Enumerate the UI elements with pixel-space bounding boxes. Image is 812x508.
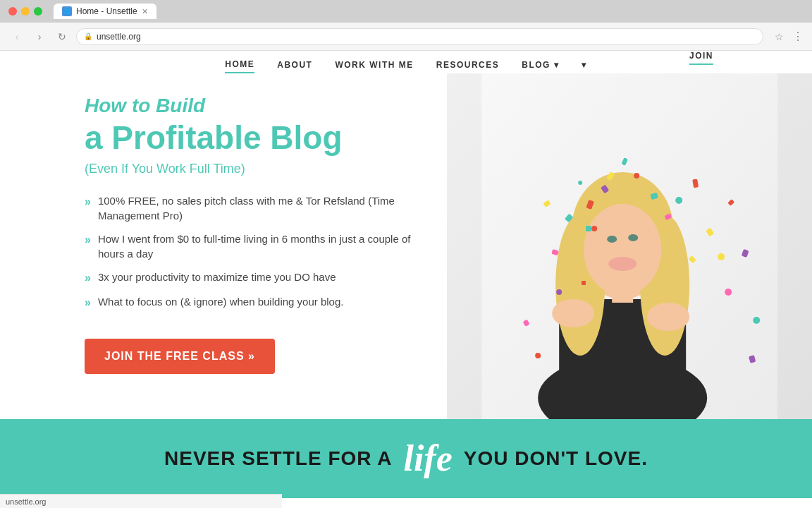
address-bar[interactable]: 🔒 unsettle.org — [76, 28, 763, 45]
back-button[interactable]: ‹ — [8, 28, 25, 45]
svg-point-12 — [552, 299, 594, 327]
confetti-dot-2 — [582, 281, 586, 285]
bookmark-icon[interactable]: ☆ — [775, 31, 784, 42]
status-bar: unsettle.org — [0, 494, 282, 508]
svg-point-10 — [628, 234, 638, 241]
nav-blog[interactable]: BLOG ▾ — [522, 60, 559, 73]
svg-point-25 — [718, 253, 725, 260]
url-text: unsettle.org — [97, 32, 141, 42]
join-free-class-button[interactable]: JOIN THE FREE CLASS » — [85, 339, 275, 374]
hero-section: How to Build a Profitable Blog (Even If … — [0, 73, 812, 419]
bullet-item-1: » 100% FREE, no sales pitch class with m… — [85, 193, 419, 223]
svg-point-9 — [607, 236, 617, 243]
website-content: HOME ABOUT WORK WITH ME RESOURCES BLOG ▾… — [0, 51, 812, 508]
svg-point-11 — [608, 257, 636, 271]
footer-teaser: NEVER SETTLE FOR A life YOU DON'T LOVE. — [0, 419, 812, 498]
svg-point-24 — [591, 226, 597, 231]
lock-icon: 🔒 — [84, 32, 92, 40]
bullet-list: » 100% FREE, no sales pitch class with m… — [85, 193, 419, 320]
browser-toolbar: ‹ › ↻ 🔒 unsettle.org ☆ ⋮ — [0, 23, 812, 51]
nav-work-with-me[interactable]: WORK WITH ME — [335, 60, 413, 73]
bullet-arrow-3: » — [85, 270, 91, 286]
svg-point-32 — [578, 181, 582, 185]
bullet-item-4: » What to focus on (& ignore) when build… — [85, 294, 419, 310]
hero-image — [447, 73, 812, 419]
bullet-item-3: » 3x your productivity to maximize time … — [85, 270, 419, 286]
svg-point-35 — [753, 317, 760, 324]
svg-point-37 — [535, 353, 541, 358]
svg-point-31 — [634, 173, 639, 179]
title-bar: 🌐 Home - Unsettle ✕ — [0, 0, 812, 23]
close-button[interactable] — [8, 7, 17, 16]
svg-point-26 — [556, 289, 562, 295]
bullet-arrow-1: » — [85, 194, 91, 210]
woman-illustration — [447, 73, 812, 419]
site-nav: HOME ABOUT WORK WITH ME RESOURCES BLOG ▾… — [0, 51, 812, 73]
svg-point-27 — [725, 289, 732, 296]
nav-join[interactable]: JOIN — [689, 51, 713, 65]
hero-content: How to Build a Profitable Blog (Even If … — [0, 73, 447, 419]
hero-image-placeholder — [447, 73, 812, 419]
refresh-button[interactable]: ↻ — [54, 28, 70, 45]
bullet-item-2: » How I went from $0 to full-time living… — [85, 231, 419, 261]
tab-favicon: 🌐 — [62, 6, 72, 16]
footer-text-1: NEVER SETTLE FOR A — [164, 447, 392, 470]
browser-chrome: 🌐 Home - Unsettle ✕ ‹ › ↻ 🔒 unsettle.org… — [0, 0, 812, 51]
nav-resources[interactable]: RESOURCES — [436, 60, 500, 73]
footer-text-2: YOU DON'T LOVE. — [464, 447, 648, 470]
nav-home[interactable]: HOME — [225, 59, 254, 73]
nav-about[interactable]: ABOUT — [277, 60, 312, 73]
traffic-lights — [8, 7, 42, 16]
svg-point-8 — [584, 204, 661, 296]
hero-title-large: a Profitable Blog — [85, 120, 419, 156]
tab-title: Home - Unsettle — [76, 6, 137, 16]
forward-button[interactable]: › — [31, 28, 48, 45]
svg-point-23 — [675, 197, 682, 204]
tab-close-icon[interactable]: ✕ — [142, 7, 148, 16]
menu-icon[interactable]: ⋮ — [792, 30, 804, 43]
confetti-dot-1 — [586, 226, 591, 231]
status-url: unsettle.org — [6, 497, 46, 506]
bullet-arrow-2: » — [85, 232, 91, 248]
bullet-arrow-4: » — [85, 295, 91, 310]
hero-subtitle: (Even If You Work Full Time) — [85, 162, 419, 176]
footer-text-script: life — [403, 440, 452, 477]
hero-title-small: How to Build — [85, 95, 419, 117]
maximize-button[interactable] — [34, 7, 42, 16]
svg-point-13 — [647, 303, 689, 331]
minimize-button[interactable] — [21, 7, 30, 16]
browser-tab[interactable]: 🌐 Home - Unsettle ✕ — [54, 4, 156, 19]
nav-extra-dropdown[interactable]: ▾ — [582, 60, 587, 73]
